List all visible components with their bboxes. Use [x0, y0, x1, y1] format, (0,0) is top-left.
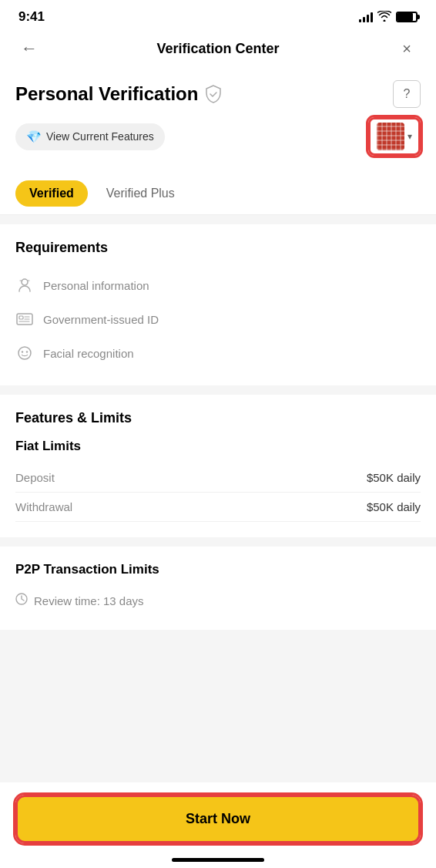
- facial-recognition-label: Facial recognition: [43, 347, 134, 360]
- deposit-row: Deposit $50K daily: [15, 463, 421, 493]
- id-card-icon: [15, 310, 34, 328]
- bottom-bar: Start Now: [0, 782, 436, 868]
- tab-verified-plus[interactable]: Verified Plus: [106, 180, 175, 214]
- features-limits-title: Features & Limits: [15, 410, 421, 426]
- svg-rect-4: [19, 316, 23, 319]
- close-button[interactable]: ×: [393, 40, 421, 58]
- battery-icon: [396, 12, 418, 22]
- chevron-down-icon: ▾: [407, 131, 412, 142]
- tabs-container: Verified Verified Plus: [0, 168, 436, 215]
- shield-icon: [204, 85, 223, 103]
- person-icon: [15, 276, 34, 294]
- req-personal-info: Personal information: [15, 268, 421, 302]
- deposit-value: $50K daily: [367, 471, 421, 484]
- gov-id-label: Government-issued ID: [43, 313, 159, 326]
- nav-bar: ← Verification Center ×: [0, 31, 436, 68]
- page-title: Personal Verification: [15, 83, 198, 105]
- requirements-title: Requirements: [15, 240, 421, 256]
- main-content: Personal Verification ? 💎 View Current F…: [0, 68, 436, 843]
- features-limits-section: Features & Limits Fiat Limits Deposit $5…: [0, 395, 436, 537]
- p2p-section: P2P Transaction Limits Review time: 13 d…: [0, 547, 436, 630]
- review-time-row: Review time: 13 days: [15, 587, 421, 614]
- wifi-icon: [377, 11, 391, 24]
- signal-icon: [359, 12, 373, 22]
- header-section: Personal Verification ? 💎 View Current F…: [0, 68, 436, 168]
- features-btn-label: View Current Features: [46, 130, 154, 143]
- req-gov-id: Government-issued ID: [15, 302, 421, 336]
- withdrawal-value: $50K daily: [367, 500, 421, 513]
- avatar-dropdown[interactable]: ▾: [368, 117, 421, 156]
- svg-point-8: [18, 347, 31, 359]
- start-now-button[interactable]: Start Now: [15, 795, 421, 843]
- p2p-title: P2P Transaction Limits: [15, 562, 421, 577]
- status-bar: 9:41: [0, 0, 436, 31]
- back-button[interactable]: ←: [15, 39, 43, 59]
- avatar-pattern: [377, 123, 404, 150]
- help-icon: ?: [404, 87, 411, 101]
- status-time: 9:41: [18, 9, 45, 25]
- svg-point-0: [22, 279, 28, 285]
- title-row: Personal Verification ?: [15, 80, 421, 108]
- help-button[interactable]: ?: [393, 80, 421, 108]
- fiat-limits-title: Fiat Limits: [15, 439, 421, 454]
- tab-verified[interactable]: Verified: [15, 180, 88, 207]
- withdrawal-row: Withdrawal $50K daily: [15, 493, 421, 522]
- deposit-label: Deposit: [15, 471, 55, 484]
- req-facial: Facial recognition: [15, 336, 421, 370]
- clock-icon: [15, 593, 28, 608]
- features-row: 💎 View Current Features ▾: [15, 117, 421, 168]
- avatar: [377, 123, 404, 150]
- status-icons: [359, 11, 418, 24]
- svg-point-9: [22, 351, 23, 352]
- home-indicator: [172, 858, 264, 862]
- svg-point-10: [26, 351, 28, 352]
- nav-title: Verification Center: [156, 41, 279, 57]
- review-time-text: Review time: 13 days: [34, 594, 144, 607]
- face-icon: [15, 344, 34, 362]
- diamond-icon: 💎: [26, 130, 42, 144]
- personal-info-label: Personal information: [43, 279, 149, 292]
- view-features-button[interactable]: 💎 View Current Features: [15, 123, 165, 150]
- requirements-section: Requirements Personal information: [0, 224, 436, 385]
- title-left: Personal Verification: [15, 83, 223, 105]
- withdrawal-label: Withdrawal: [15, 500, 72, 513]
